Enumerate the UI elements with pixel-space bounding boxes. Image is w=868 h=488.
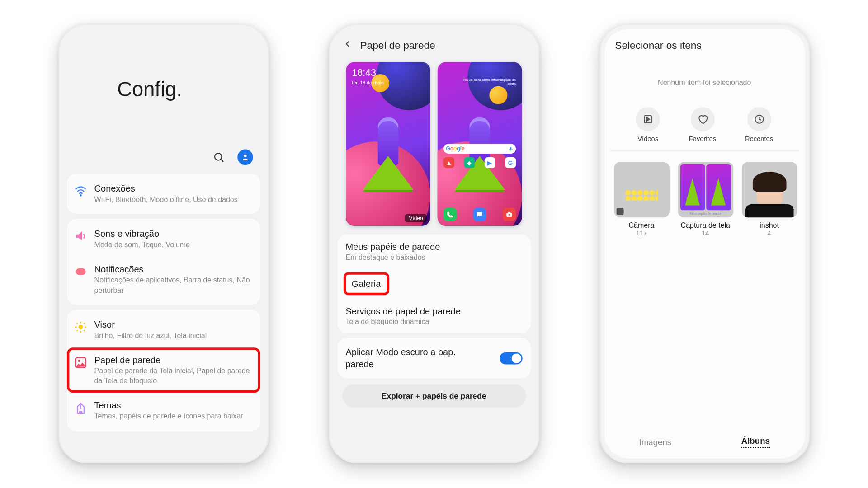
row-title: Meus papéis de parede [345,242,522,252]
heart-icon [690,107,714,131]
settings-item-title: Conexões [94,183,253,193]
dark-mode-card: Aplicar Modo escuro a pap. parede [337,338,531,378]
messages-app-icon [473,208,486,221]
topbar: Selecionar os itens [604,29,805,56]
row-my-wallpapers[interactable]: Meus papéis de parede Em destaque e baix… [337,235,531,269]
explore-more-button[interactable]: Explorar + papéis de parede [342,384,526,407]
phone-wallpaper: Papel de parede 18:43 ter, 18 de maio Ví… [329,24,539,463]
app-icon: ◆ [464,157,475,168]
app-icon: ▲ [443,157,454,168]
selection-empty-hint: Nenhum item foi selecionado [604,56,805,108]
row-dark-mode[interactable]: Aplicar Modo escuro a pap. parede [337,338,531,378]
svg-rect-21 [508,212,510,213]
filter-label: Favoritos [689,135,716,142]
back-icon[interactable] [342,38,353,52]
settings-list: Conexões Wi-Fi, Bluetooth, Modo offline,… [63,174,264,431]
row-sub: Em destaque e baixados [345,253,522,262]
album-label: Captura de tela [681,221,730,230]
phone-app-icon [443,208,457,221]
settings-item-wallpaper[interactable]: Papel de parede Papel de parede da Tela … [66,347,260,393]
svg-rect-17 [510,147,511,149]
phone-settings: Config. Conexões [58,24,269,463]
clock-icon [747,107,771,131]
bottom-tabs: Imagens Álbuns [604,426,805,458]
settings-item-notifications[interactable]: Notificações Notificações de aplicativos… [66,257,260,302]
settings-item-title: Papel de parede [94,355,253,365]
svg-line-12 [76,330,77,331]
filter-label: Vídeos [637,135,658,142]
album-count: 4 [767,230,771,237]
dock [443,208,516,221]
play-icon [636,107,660,131]
camera-app-icon [503,208,516,221]
album-label: inshot [760,221,779,230]
settings-item-title: Notificações [94,264,253,274]
tab-images[interactable]: Imagens [639,437,672,447]
phone-gallery-picker: Selecionar os itens Nenhum item foi sele… [599,24,810,463]
album-count: 117 [636,230,647,237]
dark-mode-toggle[interactable] [499,352,522,364]
settings-item-display[interactable]: Visor Brilho, Filtro de luz azul, Tela i… [66,312,260,347]
search-icon[interactable] [211,150,226,165]
svg-line-1 [221,160,223,162]
header-actions [63,150,264,174]
row-wallpaper-services[interactable]: Serviços de papel de parede Tela de bloq… [337,299,531,333]
profile-icon[interactable] [237,150,253,165]
notifications-icon [74,265,87,278]
sound-icon [74,230,87,243]
svg-point-3 [80,195,81,196]
settings-item-title: Sons e vibração [94,228,253,239]
album-camera[interactable]: Câmera 117 [614,162,670,237]
settings-item-sub: Wi-Fi, Bluetooth, Modo offline, Uso de d… [94,195,253,205]
album-inshot[interactable]: inshot 4 [741,162,797,237]
lock-date: ter, 18 de maio [352,80,384,85]
page-title: Config. [63,29,264,150]
google-icon: G [505,157,516,168]
svg-point-5 [78,325,83,329]
album-screenshots[interactable]: Meus papéis de parede Captura de tela 14 [678,162,733,237]
filter-label: Recentes [745,135,773,142]
tab-albums[interactable]: Álbuns [741,436,770,448]
svg-line-13 [84,323,85,324]
svg-line-10 [76,323,77,324]
settings-item-themes[interactable]: Temas Temas, papéis de parede e ícones p… [66,393,260,429]
settings-item-sub: Temas, papéis de parede e ícones para ba… [94,412,253,422]
filter-recents[interactable]: Recentes [745,107,773,142]
row-title: Serviços de papel de parede [345,306,522,316]
album-thumb [741,162,797,218]
settings-item-sub: Brilho, Filtro de luz azul, Tela inicial [94,330,253,340]
svg-rect-16 [79,411,82,413]
row-gallery[interactable]: Galeria [343,272,389,296]
google-search-bar: Google [443,144,516,154]
filter-row: Vídeos Favoritos Recentes [610,107,799,151]
album-label: Câmera [629,221,655,230]
weather-hint: Toque para obter informações do clima [462,78,516,86]
preview-lockscreen[interactable]: 18:43 ter, 18 de maio Vídeo [346,62,430,226]
row-title: Galeria [352,278,381,289]
filter-favorites[interactable]: Favoritos [689,107,716,142]
filter-videos[interactable]: Vídeos [636,107,660,142]
svg-point-20 [508,214,510,216]
settings-item-sounds[interactable]: Sons e vibração Modo de som, Toque, Volu… [66,221,260,257]
home-apps-row: ▲ ◆ ▶ G [443,157,516,168]
video-badge: Vídeo [405,214,426,222]
settings-item-title: Visor [94,319,253,329]
album-thumb [614,162,670,218]
preview-homescreen[interactable]: Toque para obter informações do clima Go… [438,62,522,226]
album-count: 14 [702,230,709,237]
settings-item-connections[interactable]: Conexões Wi-Fi, Bluetooth, Modo offline,… [66,176,260,211]
page-title: Papel de parede [360,39,435,52]
svg-line-11 [84,330,85,331]
settings-item-sub: Modo de som, Toque, Volume [94,240,253,250]
page-title: Selecionar os itens [615,40,794,52]
topbar: Papel de parede [334,29,534,58]
row-sub: Tela de bloqueio dinâmica [345,317,522,326]
settings-item-sub: Papel de parede da Tela inicial, Papel d… [94,366,253,385]
album-thumb: Meus papéis de parede [678,162,733,218]
brightness-icon [74,320,87,333]
wallpaper-previews: 18:43 ter, 18 de maio Vídeo Toque para o… [334,58,534,234]
themes-icon [74,401,87,414]
settings-item-sub: Notificações de aplicativos, Barra de st… [94,276,253,295]
svg-rect-4 [75,268,85,275]
svg-point-15 [78,360,80,362]
